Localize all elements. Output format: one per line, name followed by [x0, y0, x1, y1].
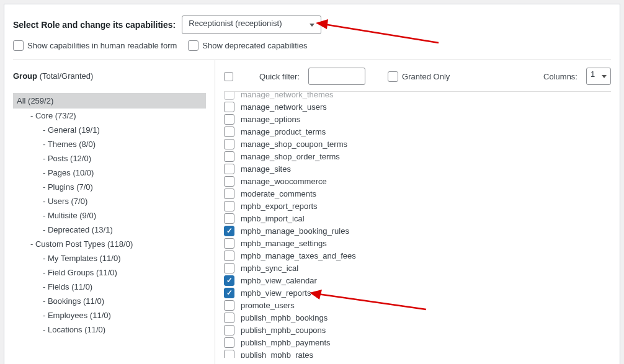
capability-label[interactable]: manage_sites	[241, 164, 291, 174]
capability-row: manage_product_terms	[224, 125, 611, 138]
sidebar-group-all[interactable]: All (259/2)	[13, 93, 206, 109]
capability-checkbox[interactable]	[224, 238, 234, 249]
capability-checkbox[interactable]	[224, 127, 234, 137]
sidebar-item-8[interactable]: - Deprecated (13/1)	[13, 223, 206, 237]
capability-row: publish_mphb_payments	[224, 336, 611, 348]
sidebar-item-12[interactable]: - Fields (11/0)	[13, 280, 206, 294]
sidebar: Group (Total/Granted) All (259/2) - Core…	[4, 60, 215, 364]
deprecated-label: Show deprecated capabilities	[202, 41, 307, 50]
capability-row: mphb_export_reports	[224, 200, 611, 212]
sidebar-tree: - Core (73/2)- General (19/1)- Themes (8…	[13, 109, 206, 337]
capability-checkbox[interactable]	[224, 337, 234, 348]
capability-checkbox[interactable]	[224, 176, 234, 187]
sidebar-item-label: - Posts (12/0)	[43, 154, 91, 163]
quick-filter-input[interactable]	[308, 68, 365, 85]
sidebar-item-10[interactable]: - My Templates (11/0)	[13, 251, 206, 265]
capability-checkbox[interactable]	[224, 151, 234, 162]
capability-checkbox[interactable]	[224, 226, 234, 236]
capability-label[interactable]: publish_mphb_rates	[241, 350, 313, 358]
human-readable-checkbox[interactable]: Show capabilities in human readable form	[13, 40, 177, 51]
sidebar-item-label: - Plugins (7/0)	[43, 182, 93, 192]
capability-checkbox[interactable]	[224, 201, 234, 211]
sidebar-item-2[interactable]: - Themes (8/0)	[13, 137, 206, 151]
capability-label[interactable]: publish_mphb_bookings	[241, 313, 328, 322]
capability-checkbox[interactable]	[224, 91, 234, 100]
select-all-checkbox[interactable]	[224, 72, 233, 81]
capability-label[interactable]: mphb_manage_booking_rules	[241, 226, 349, 236]
capability-label[interactable]: manage_product_terms	[241, 127, 326, 136]
sidebar-item-label: - Pages (10/0)	[43, 168, 94, 177]
capability-label[interactable]: publish_mphb_coupons	[241, 326, 326, 335]
sidebar-item-11[interactable]: - Field Groups (11/0)	[13, 265, 206, 280]
sidebar-item-5[interactable]: - Plugins (7/0)	[13, 180, 206, 194]
capability-row: mphb_sync_ical	[224, 262, 611, 274]
capability-label[interactable]: manage_woocommerce	[241, 177, 327, 186]
capability-label[interactable]: manage_shop_order_terms	[241, 152, 340, 161]
checkbox-icon	[13, 40, 24, 51]
sidebar-item-label: - Field Groups (11/0)	[43, 268, 117, 277]
sidebar-item-4[interactable]: - Pages (10/0)	[13, 166, 206, 180]
capability-row: mphb_import_ical	[224, 212, 611, 224]
capability-label[interactable]: manage_options	[241, 115, 300, 124]
capability-label[interactable]: publish_mphb_payments	[241, 338, 331, 347]
capability-checkbox[interactable]	[224, 102, 234, 112]
capability-row: mphb_manage_booking_rules	[224, 224, 611, 237]
capability-checkbox[interactable]	[224, 139, 234, 149]
sidebar-item-label: - Deprecated (13/1)	[43, 225, 113, 234]
capability-checkbox[interactable]	[224, 263, 234, 273]
capability-checkbox[interactable]	[224, 350, 234, 358]
capability-label[interactable]: manage_network_themes	[241, 91, 334, 99]
capability-label[interactable]: promote_users	[241, 301, 295, 310]
capability-row: mphb_view_calendar	[224, 274, 611, 286]
capability-checkbox[interactable]	[224, 189, 234, 199]
capability-label[interactable]: manage_shop_coupon_terms	[241, 140, 347, 149]
sidebar-item-3[interactable]: - Posts (12/0)	[13, 151, 206, 166]
checkbox-icon	[188, 40, 198, 51]
capability-row: promote_users	[224, 299, 611, 311]
capability-label[interactable]: manage_network_users	[241, 102, 327, 112]
role-select-value: Receptionist (receptionist)	[189, 19, 282, 28]
sidebar-item-6[interactable]: - Users (7/0)	[13, 194, 206, 208]
sidebar-item-9[interactable]: - Custom Post Types (118/0)	[13, 237, 206, 251]
header-options: Show capabilities in human readable form…	[4, 40, 620, 60]
capability-checkbox[interactable]	[224, 313, 234, 323]
capability-label[interactable]: mphb_sync_ical	[241, 264, 298, 273]
capability-checkbox[interactable]	[224, 213, 234, 224]
sidebar-item-label: - Fields (11/0)	[43, 282, 92, 291]
sidebar-item-13[interactable]: - Bookings (11/0)	[13, 294, 206, 308]
capability-checkbox[interactable]	[224, 275, 234, 286]
capability-label[interactable]: mphb_export_reports	[241, 202, 318, 211]
capability-label[interactable]: mphb_manage_taxes_and_fees	[241, 251, 356, 260]
capability-label[interactable]: mphb_import_ical	[241, 214, 305, 223]
capability-checkbox[interactable]	[224, 325, 234, 335]
capability-row: manage_network_themes	[224, 91, 611, 100]
capability-row: manage_shop_order_terms	[224, 150, 611, 162]
quick-filter-label: Quick filter:	[259, 72, 300, 81]
deprecated-checkbox[interactable]: Show deprecated capabilities	[188, 40, 307, 51]
capability-label[interactable]: mphb_view_reports	[241, 288, 311, 298]
granted-only-checkbox[interactable]: Granted Only	[388, 71, 450, 82]
role-select[interactable]: Receptionist (receptionist)	[182, 16, 321, 34]
columns-select[interactable]: 1	[586, 68, 611, 85]
capability-checkbox[interactable]	[224, 164, 234, 174]
capability-row: mphb_view_reports	[224, 286, 611, 299]
sidebar-title-strong: Group	[13, 71, 37, 81]
capability-checkbox[interactable]	[224, 300, 234, 311]
sidebar-item-14[interactable]: - Employees (11/0)	[13, 308, 206, 322]
sidebar-item-7[interactable]: - Multisite (9/0)	[13, 208, 206, 223]
sidebar-item-label: - Core (73/2)	[30, 111, 76, 120]
sidebar-group-all-label: All (259/2)	[17, 96, 53, 105]
capability-label[interactable]: moderate_comments	[241, 189, 316, 198]
sidebar-item-0[interactable]: - Core (73/2)	[13, 109, 206, 123]
sidebar-item-15[interactable]: - Locations (11/0)	[13, 322, 206, 337]
capability-checkbox[interactable]	[224, 114, 234, 125]
capability-checkbox[interactable]	[224, 288, 234, 298]
capability-row: publish_mphb_bookings	[224, 311, 611, 324]
sidebar-item-1[interactable]: - General (19/1)	[13, 123, 206, 137]
capability-label[interactable]: mphb_view_calendar	[241, 276, 317, 285]
capability-checkbox[interactable]	[224, 251, 234, 261]
sidebar-item-label: - Multisite (9/0)	[43, 211, 96, 220]
sidebar-item-label: - Users (7/0)	[43, 197, 87, 206]
capability-label[interactable]: mphb_manage_settings	[241, 239, 327, 248]
svg-line-0	[324, 24, 439, 43]
